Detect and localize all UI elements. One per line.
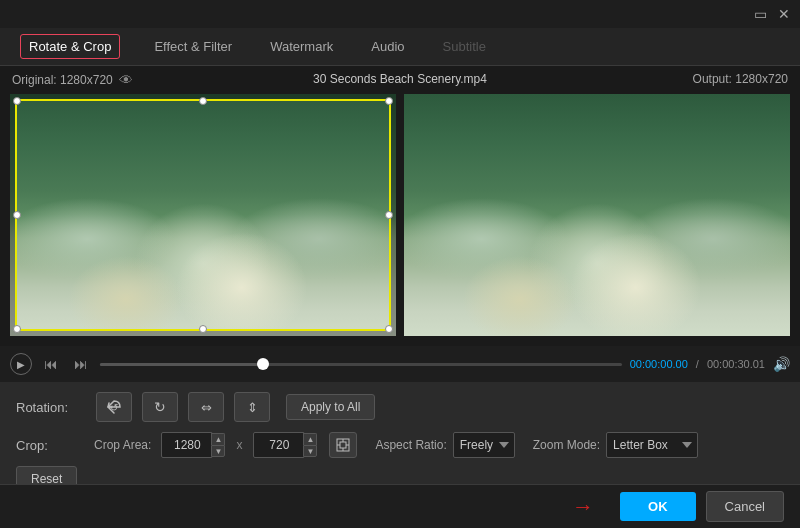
frame-back-button[interactable]: ⏭ xyxy=(70,354,92,374)
bottom-bar: → OK Cancel xyxy=(0,484,800,528)
center-crop-icon xyxy=(336,438,350,452)
preview-area: Original: 1280x720 👁 30 Seconds Beach Sc… xyxy=(0,66,800,346)
filename-label: 30 Seconds Beach Scenery.mp4 xyxy=(313,72,487,86)
rotate-right-button[interactable]: ↻ xyxy=(142,392,178,422)
eye-icon[interactable]: 👁 xyxy=(119,72,133,88)
height-decrement[interactable]: ▼ xyxy=(303,445,317,457)
right-ocean-bg xyxy=(404,94,790,336)
arrow-hint: → xyxy=(16,494,610,520)
tab-watermark[interactable]: Watermark xyxy=(266,33,337,60)
progress-area xyxy=(100,363,622,366)
height-spinner: ▲ ▼ xyxy=(303,433,317,457)
width-input-group: ▲ ▼ xyxy=(161,432,225,458)
left-video-canvas xyxy=(10,94,396,336)
play-button[interactable]: ▶ xyxy=(10,353,32,375)
preview-labels: Original: 1280x720 👁 30 Seconds Beach Sc… xyxy=(0,72,800,88)
flip-h-icon: ⇔ xyxy=(197,398,215,416)
svg-text:↻: ↻ xyxy=(154,399,166,415)
width-decrement[interactable]: ▼ xyxy=(211,445,225,457)
playback-bar: ▶ ⏮ ⏭ 00:00:00.00 / 00:00:30.01 🔊 xyxy=(0,346,800,382)
flip-horizontal-button[interactable]: ⇔ xyxy=(188,392,224,422)
time-total: 00:00:30.01 xyxy=(707,358,765,370)
rotate-right-icon: ↻ xyxy=(151,398,169,416)
tab-effect-filter[interactable]: Effect & Filter xyxy=(150,33,236,60)
volume-icon[interactable]: 🔊 xyxy=(773,356,790,372)
previews-container xyxy=(0,66,800,346)
rotation-label: Rotation: xyxy=(16,400,86,415)
aspect-ratio-label: Aspect Ratio: xyxy=(375,438,446,452)
aspect-ratio-group: Aspect Ratio: Freely 16:9 4:3 1:1 9:16 xyxy=(375,432,514,458)
output-label: Output: 1280x720 xyxy=(693,72,788,88)
svg-rect-5 xyxy=(340,442,346,448)
right-video-canvas xyxy=(404,94,790,336)
zoom-mode-label: Zoom Mode: xyxy=(533,438,600,452)
apply-to-all-button[interactable]: Apply to All xyxy=(286,394,375,420)
title-bar: ▭ ✕ xyxy=(0,0,800,28)
cancel-button[interactable]: Cancel xyxy=(706,491,784,522)
width-increment[interactable]: ▲ xyxy=(211,433,225,445)
svg-text:⇕: ⇕ xyxy=(247,400,258,415)
height-input-group: ▲ ▼ xyxy=(253,432,317,458)
width-input[interactable] xyxy=(161,432,213,458)
crop-label: Crop: xyxy=(16,438,86,453)
left-video-panel xyxy=(10,94,396,336)
center-crop-button[interactable] xyxy=(329,432,357,458)
tabs-bar: Rotate & Crop Effect & Filter Watermark … xyxy=(0,28,800,66)
original-label: Original: 1280x720 xyxy=(12,73,113,87)
aspect-ratio-select[interactable]: Freely 16:9 4:3 1:1 9:16 xyxy=(453,432,515,458)
height-increment[interactable]: ▲ xyxy=(303,433,317,445)
crop-area-label: Crop Area: xyxy=(94,438,151,452)
right-video-panel xyxy=(404,94,790,336)
arrow-right-icon: → xyxy=(572,494,594,520)
rotate-left-icon: ↺ xyxy=(105,398,123,416)
crop-row: Crop: Crop Area: ▲ ▼ x ▲ ▼ xyxy=(16,432,784,458)
tab-audio[interactable]: Audio xyxy=(367,33,408,60)
close-button[interactable]: ✕ xyxy=(776,6,792,22)
svg-text:⇔: ⇔ xyxy=(201,400,212,415)
dimension-separator: x xyxy=(233,438,245,452)
zoom-mode-group: Zoom Mode: Letter Box Pan & Scan Full xyxy=(533,432,698,458)
progress-fill xyxy=(100,363,257,366)
width-spinner: ▲ ▼ xyxy=(211,433,225,457)
zoom-mode-select[interactable]: Letter Box Pan & Scan Full xyxy=(606,432,698,458)
tab-rotate-crop[interactable]: Rotate & Crop xyxy=(20,34,120,59)
svg-text:↺: ↺ xyxy=(110,402,118,413)
flip-vertical-button[interactable]: ⇕ xyxy=(234,392,270,422)
time-current: 00:00:00.00 xyxy=(630,358,688,370)
height-input[interactable] xyxy=(253,432,305,458)
rotation-row: Rotation: ↺ ↻ ⇔ ⇕ Apply to All xyxy=(16,392,784,422)
left-ocean-bg xyxy=(10,94,396,336)
skip-back-button[interactable]: ⏮ xyxy=(40,354,62,374)
ok-button[interactable]: OK xyxy=(620,492,696,521)
time-separator: / xyxy=(696,358,699,370)
rotate-left-button[interactable]: ↺ xyxy=(96,392,132,422)
progress-thumb[interactable] xyxy=(257,358,269,370)
progress-track[interactable] xyxy=(100,363,622,366)
tab-subtitle: Subtitle xyxy=(439,33,490,60)
minimize-button[interactable]: ▭ xyxy=(752,6,768,22)
flip-v-icon: ⇕ xyxy=(243,398,261,416)
